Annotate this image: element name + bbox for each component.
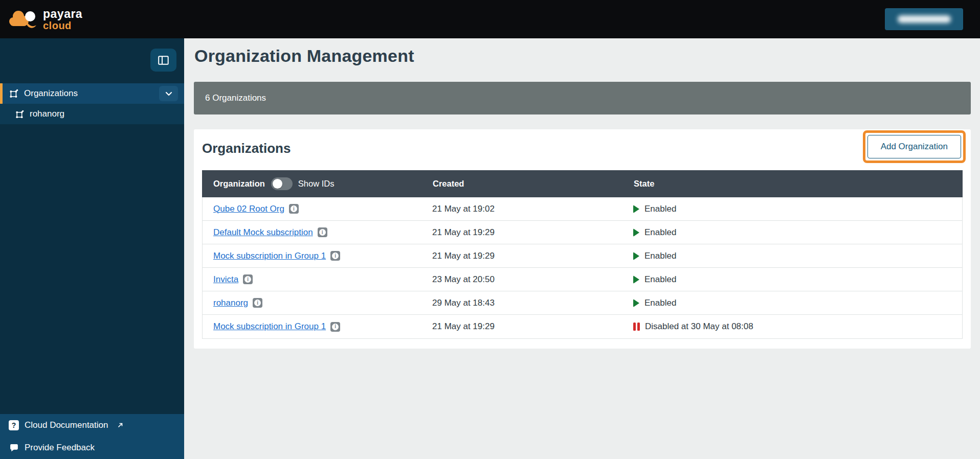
page-title: Organization Management xyxy=(194,46,414,66)
state-icon xyxy=(633,299,639,307)
organization-cell: Mock subscription in Group 1 i xyxy=(203,322,421,332)
state-label: Disabled at 30 May at 08:08 xyxy=(645,322,753,332)
state-label: Enabled xyxy=(644,204,676,214)
sidebar-item-label: rohanorg xyxy=(30,109,64,119)
sidebar-collapse-icon xyxy=(158,56,169,65)
state-label: Enabled xyxy=(644,298,676,308)
column-header-label: Organization xyxy=(213,179,265,189)
help-icon: ? xyxy=(9,420,19,430)
column-header-created: Created xyxy=(421,179,622,189)
organization-cell: Mock subscription in Group 1 i xyxy=(203,251,421,261)
info-icon[interactable]: i xyxy=(330,322,340,332)
created-cell: 21 May at 19:02 xyxy=(421,204,622,214)
created-cell: 23 May at 20:50 xyxy=(421,274,622,285)
footer-item-label: Cloud Documentation xyxy=(25,420,108,430)
sidebar-item-label: Organizations xyxy=(24,88,78,99)
table-row: Qube 02 Root Org i 21 May at 19:02 Enabl… xyxy=(203,197,962,221)
sidebar: Organizations rohanorg ? xyxy=(0,38,184,459)
table-row: rohanorg i 29 May at 18:43 Enabled xyxy=(203,291,962,315)
state-label: Enabled xyxy=(644,274,676,285)
created-cell: 21 May at 19:29 xyxy=(421,227,622,238)
table-header: Organization Show IDs Created State xyxy=(202,170,963,197)
top-header: payara cloud xyxy=(0,0,980,38)
org-link[interactable]: Mock subscription in Group 1 xyxy=(213,322,326,332)
table-row: Invicta i 23 May at 20:50 Enabled xyxy=(203,268,962,291)
sidebar-footer: ? Cloud Documentation Provide Feedback xyxy=(0,414,184,459)
created-cell: 21 May at 19:29 xyxy=(421,322,622,332)
organization-icon xyxy=(15,110,24,119)
created-cell: 29 May at 18:43 xyxy=(421,298,622,308)
state-label: Enabled xyxy=(644,227,676,238)
state-cell: Enabled xyxy=(622,204,962,214)
state-icon xyxy=(633,252,639,260)
organization-cell: Invicta i xyxy=(203,274,421,285)
organizations-table: Organization Show IDs Created State Qube… xyxy=(202,170,963,339)
sidebar-item-rohanorg[interactable]: rohanorg xyxy=(0,104,184,124)
info-icon[interactable]: i xyxy=(330,251,340,261)
state-icon xyxy=(633,228,639,237)
show-ids-toggle[interactable] xyxy=(271,177,293,190)
org-link[interactable]: Mock subscription in Group 1 xyxy=(213,251,326,261)
org-link[interactable]: Qube 02 Root Org xyxy=(213,204,284,214)
add-organization-button[interactable]: Add Organization xyxy=(867,135,961,158)
user-menu-button[interactable] xyxy=(885,8,963,30)
sidebar-item-cloud-documentation[interactable]: ? Cloud Documentation xyxy=(0,414,184,437)
feedback-icon xyxy=(9,444,19,452)
state-icon xyxy=(633,276,639,284)
external-link-icon xyxy=(117,422,123,428)
user-name-redacted xyxy=(898,15,951,23)
table-row: Mock subscription in Group 1 i 21 May at… xyxy=(203,315,962,338)
info-icon[interactable]: i xyxy=(318,227,327,237)
logo-line1: payara xyxy=(43,8,82,20)
toggle-knob xyxy=(273,179,282,189)
state-icon xyxy=(633,205,639,213)
info-icon[interactable]: i xyxy=(253,298,262,308)
chevron-down-icon xyxy=(165,91,172,96)
main-content: Organization Management 6 Organizations … xyxy=(184,38,980,459)
logo-line2: cloud xyxy=(43,20,82,31)
info-icon[interactable]: i xyxy=(289,204,299,214)
organization-cell: rohanorg i xyxy=(203,298,421,308)
annotation-highlight: Add Organization xyxy=(863,130,966,163)
org-link[interactable]: rohanorg xyxy=(213,298,248,308)
organization-cell: Default Mock subscription i xyxy=(203,227,421,238)
org-link[interactable]: Default Mock subscription xyxy=(213,227,313,238)
footer-item-label: Provide Feedback xyxy=(25,443,95,453)
sidebar-item-organizations[interactable]: Organizations xyxy=(0,83,184,104)
payara-cloud-logo-icon xyxy=(8,8,38,31)
show-ids-label: Show IDs xyxy=(298,179,335,189)
table-row: Mock subscription in Group 1 i 21 May at… xyxy=(203,244,962,268)
sidebar-collapse-button[interactable] xyxy=(150,49,176,72)
state-cell: Enabled xyxy=(622,298,962,308)
table-row: Default Mock subscription i 21 May at 19… xyxy=(203,221,962,244)
org-link[interactable]: Invicta xyxy=(213,274,238,285)
column-header-organization: Organization Show IDs xyxy=(202,177,421,190)
created-cell: 21 May at 19:29 xyxy=(421,251,622,261)
state-cell: Enabled xyxy=(622,251,962,261)
sidebar-item-provide-feedback[interactable]: Provide Feedback xyxy=(0,437,184,459)
state-icon xyxy=(633,323,640,331)
state-cell: Enabled xyxy=(622,227,962,238)
organization-cell: Qube 02 Root Org i xyxy=(203,204,421,214)
organizations-summary-bar: 6 Organizations xyxy=(194,82,971,114)
table-body: Qube 02 Root Org i 21 May at 19:02 Enabl… xyxy=(202,197,963,339)
organizations-card: Organizations Add Organization Organizat… xyxy=(194,129,971,349)
state-cell: Disabled at 30 May at 08:08 xyxy=(622,322,962,332)
info-icon[interactable]: i xyxy=(243,274,253,284)
column-header-state: State xyxy=(622,179,963,189)
state-cell: Enabled xyxy=(622,274,962,285)
payara-cloud-logo: payara cloud xyxy=(8,8,82,31)
collapse-organizations-button[interactable] xyxy=(159,86,178,101)
summary-bar-label: 6 Organizations xyxy=(205,93,266,103)
organization-icon xyxy=(9,89,18,98)
card-title: Organizations xyxy=(202,141,291,156)
logo-wordmark: payara cloud xyxy=(43,8,82,31)
state-label: Enabled xyxy=(644,251,676,261)
